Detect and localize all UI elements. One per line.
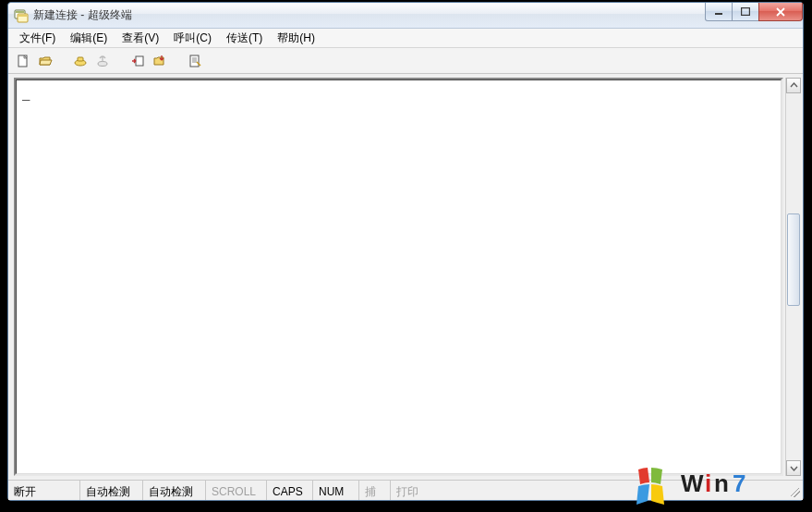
send-icon: [130, 54, 145, 68]
titlebar[interactable]: 新建连接 - 超级终端: [8, 3, 803, 29]
open-icon: [38, 54, 53, 68]
terminal-text: _: [22, 88, 30, 103]
maximize-button[interactable]: [732, 3, 759, 21]
toolbar-separator: [115, 52, 125, 70]
svg-rect-8: [78, 57, 83, 61]
toolbar-separator: [58, 52, 67, 70]
send-button[interactable]: [128, 52, 147, 70]
toolbar-separator: [173, 52, 182, 70]
toolbar: [8, 48, 803, 74]
scroll-down-button[interactable]: [786, 460, 801, 476]
menu-view[interactable]: 查看(V): [115, 29, 166, 48]
app-icon: [14, 8, 29, 23]
svg-rect-10: [136, 56, 143, 66]
chevron-up-icon: [790, 81, 798, 90]
maximize-icon: [741, 7, 750, 16]
status-print: 打印: [391, 481, 431, 500]
menu-edit[interactable]: 编辑(E): [63, 29, 115, 48]
status-caps: CAPS: [267, 481, 313, 500]
scrollbar-thumb[interactable]: [787, 213, 800, 306]
connect-icon: [73, 54, 88, 68]
new-icon: [16, 54, 30, 68]
scrollbar-track[interactable]: [786, 93, 801, 460]
properties-icon: [188, 54, 202, 68]
disconnect-icon: [95, 54, 110, 68]
status-autodetect-2: 自动检测: [143, 481, 206, 500]
status-connection: 断开: [8, 481, 80, 500]
svg-point-9: [98, 61, 107, 66]
menu-transfer[interactable]: 传送(T): [219, 29, 270, 48]
vertical-scrollbar[interactable]: [785, 78, 801, 476]
resize-grip[interactable]: [786, 481, 803, 500]
statusbar: 断开 自动检测 自动检测 SCROLL CAPS NUM 捕 打印: [8, 480, 803, 500]
minimize-icon: [714, 8, 723, 16]
status-capture: 捕: [359, 481, 391, 500]
status-autodetect-1: 自动检测: [80, 481, 143, 500]
new-button[interactable]: [14, 52, 32, 70]
open-button[interactable]: [36, 52, 55, 70]
status-spacer: [431, 481, 786, 500]
svg-rect-1: [16, 11, 24, 13]
terminal[interactable]: _: [14, 78, 783, 476]
close-icon: [775, 7, 786, 17]
menu-file[interactable]: 文件(F): [12, 29, 63, 48]
svg-rect-5: [742, 8, 750, 16]
menu-help[interactable]: 帮助(H): [270, 29, 322, 48]
window-title: 新建连接 - 超级终端: [33, 7, 132, 23]
scroll-up-button[interactable]: [786, 78, 801, 93]
status-scroll: SCROLL: [206, 481, 267, 500]
terminal-content[interactable]: _: [16, 79, 782, 474]
svg-rect-3: [18, 15, 27, 17]
svg-rect-11: [190, 55, 199, 67]
svg-rect-4: [715, 13, 722, 15]
chevron-down-icon: [790, 464, 798, 472]
properties-button[interactable]: [186, 52, 204, 70]
menu-call[interactable]: 呼叫(C): [166, 29, 219, 48]
connect-button[interactable]: [71, 52, 90, 70]
close-button[interactable]: [758, 3, 803, 21]
minimize-button[interactable]: [705, 3, 733, 21]
window-controls: [706, 3, 803, 21]
menubar: 文件(F) 编辑(E) 查看(V) 呼叫(C) 传送(T) 帮助(H): [8, 29, 803, 48]
status-num: NUM: [313, 481, 359, 500]
disconnect-button[interactable]: [93, 52, 112, 70]
receive-button[interactable]: [151, 52, 169, 70]
receive-icon: [152, 54, 167, 68]
client-area: _: [8, 74, 803, 480]
app-window: 新建连接 - 超级终端 文件(F) 编辑(E) 查看(V) 呼叫(C) 传送(T…: [7, 2, 804, 501]
